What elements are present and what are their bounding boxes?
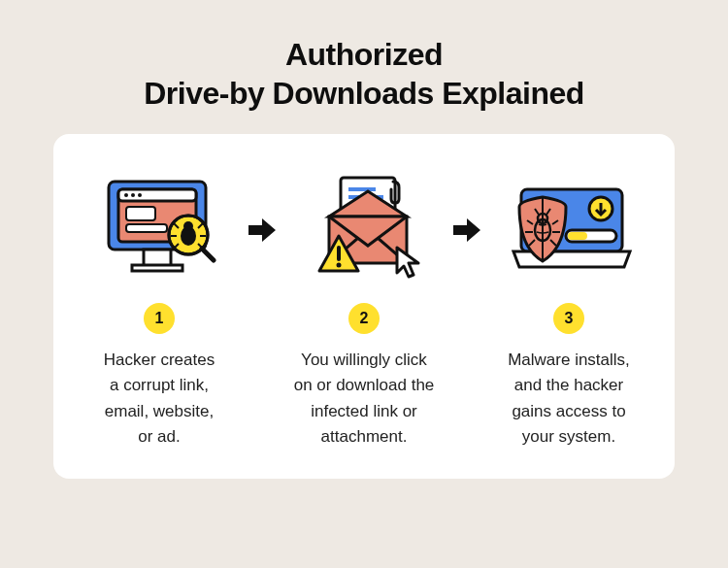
svg-point-7 <box>138 193 142 197</box>
title-line-1: Authorized <box>285 37 443 72</box>
step-1-caption: Hacker creates a corrupt link, email, we… <box>104 348 215 450</box>
step-2: 2 You willingly click on or download the… <box>281 167 447 450</box>
step-3-caption: Malware installs, and the hacker gains a… <box>508 348 630 450</box>
svg-point-5 <box>124 193 128 197</box>
step-1: 1 Hacker creates a corrupt link, email, … <box>77 167 242 450</box>
step-2-number: 2 <box>348 303 380 334</box>
svg-rect-32 <box>568 232 587 240</box>
malware-installs-icon <box>496 167 642 293</box>
step-1-number: 1 <box>144 303 175 334</box>
page-title: Authorized Drive-by Downloads Explained <box>144 35 584 113</box>
svg-point-27 <box>337 263 342 268</box>
arrow-1-2-icon <box>248 167 276 293</box>
click-infected-email-icon <box>291 167 437 293</box>
title-line-2: Drive-by Downloads Explained <box>144 76 584 111</box>
svg-rect-9 <box>126 224 167 232</box>
hacker-creates-link-icon <box>86 167 232 293</box>
svg-line-12 <box>202 249 214 260</box>
arrow-2-3-icon <box>453 167 480 293</box>
steps-card: 1 Hacker creates a corrupt link, email, … <box>53 134 675 479</box>
step-3-number: 3 <box>553 303 584 334</box>
step-3: 3 Malware installs, and the hacker gains… <box>486 167 651 450</box>
svg-point-6 <box>131 193 135 197</box>
svg-rect-4 <box>118 189 196 201</box>
svg-rect-2 <box>132 265 182 271</box>
svg-rect-8 <box>126 207 155 220</box>
step-2-caption: You willingly click on or download the i… <box>294 348 435 450</box>
svg-point-14 <box>183 221 193 231</box>
